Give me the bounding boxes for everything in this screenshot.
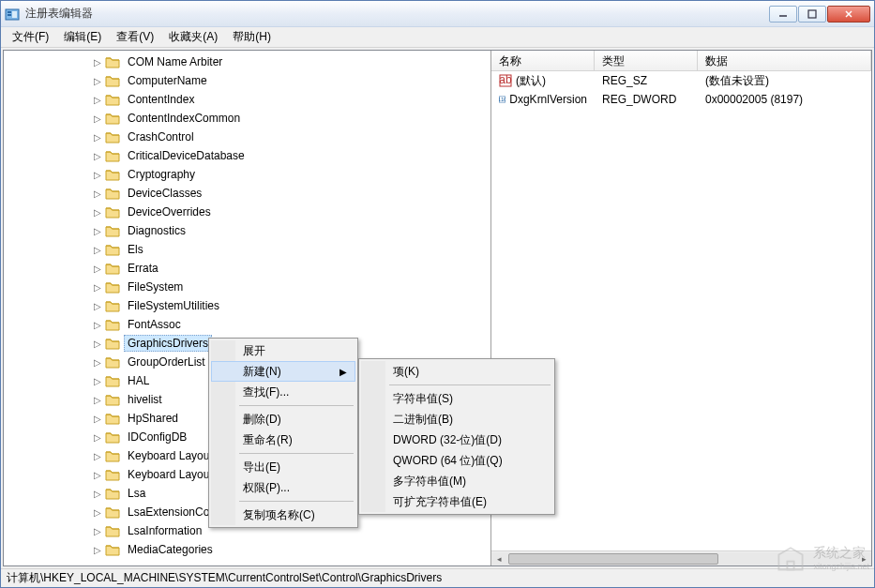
svg-text:ab: ab [499,74,512,86]
expand-toggle-icon[interactable]: ▷ [92,357,102,368]
tree-item-COMNameArbiter[interactable]: ▷COM Name Arbiter [4,53,490,71]
tree-item-ContentIndexCommon[interactable]: ▷ContentIndexCommon [4,109,490,128]
menu-item[interactable]: QWORD (64 位)值(Q) [361,450,552,471]
menu-2[interactable]: 查看(V) [109,27,161,47]
context-menu-primary[interactable]: 展开新建(N)▶查找(F)...删除(D)重命名(R)导出(E)权限(P)...… [208,338,358,528]
menu-item[interactable]: DWORD (32-位)值(D) [361,430,552,450]
expand-toggle-icon[interactable]: ▷ [92,226,102,236]
menu-item[interactable]: 展开 [211,340,355,361]
menu-item[interactable]: 字符串值(S) [361,388,552,409]
statusbar: 计算机\HKEY_LOCAL_MACHINE\SYSTEM\CurrentCon… [1,568,874,587]
statusbar-path: 计算机\HKEY_LOCAL_MACHINE\SYSTEM\CurrentCon… [7,570,442,586]
expand-toggle-icon[interactable]: ▷ [92,451,102,461]
tree-item-Cryptography[interactable]: ▷Cryptography [4,165,490,184]
expand-toggle-icon[interactable]: ▷ [92,395,102,405]
expand-toggle-icon[interactable]: ▷ [92,545,102,555]
tree-item-CrashControl[interactable]: ▷CrashControl [4,128,490,146]
separator [239,453,354,454]
close-button[interactable] [827,6,870,23]
tree-label: DeviceOverrides [124,204,215,220]
tree-label: CrashControl [124,128,198,145]
list-row[interactable]: 110DxgKrnlVersionREG_DWORD0x00002005 (81… [491,90,871,109]
scroll-thumb[interactable] [508,553,718,565]
tree-label: GraphicsDrivers [124,335,212,352]
menu-item[interactable]: 新建(N)▶ [211,361,355,382]
tree-item-ComputerName[interactable]: ▷ComputerName [4,71,490,90]
tree-item-FileSystem[interactable]: ▷FileSystem [4,278,490,296]
expand-toggle-icon[interactable]: ▷ [92,207,102,218]
expand-toggle-icon[interactable]: ▷ [92,414,102,424]
tree-label: MediaCategories [124,541,217,558]
svg-rect-5 [808,10,816,18]
expand-toggle-icon[interactable]: ▷ [92,188,102,199]
tree-item-FontAssoc[interactable]: ▷FontAssoc [4,315,490,334]
col-header-name[interactable]: 名称 [491,51,595,70]
svg-rect-2 [8,14,11,16]
expand-toggle-icon[interactable]: ▷ [92,339,102,349]
expand-toggle-icon[interactable]: ▷ [92,95,102,105]
cell-name: ab(默认) [491,73,595,89]
expand-toggle-icon[interactable]: ▷ [92,320,102,330]
expand-toggle-icon[interactable]: ▷ [92,132,102,143]
expand-toggle-icon[interactable]: ▷ [92,489,102,499]
tree-label: ContentIndex [124,91,198,108]
menu-item[interactable]: 二进制值(B) [361,409,552,430]
tree-item-CriticalDeviceDatabase[interactable]: ▷CriticalDeviceDatabase [4,146,490,165]
tree-item-Diagnostics[interactable]: ▷Diagnostics [4,221,490,240]
menu-item[interactable]: 查找(F)... [211,382,355,402]
menu-3[interactable]: 收藏夹(A) [161,27,225,47]
menu-item[interactable]: 复制项名称(C) [211,505,355,525]
expand-toggle-icon[interactable]: ▷ [92,151,102,161]
expand-toggle-icon[interactable]: ▷ [92,76,102,86]
tree-label: Cryptography [124,166,199,183]
tree-item-ContentIndex[interactable]: ▷ContentIndex [4,90,490,109]
maximize-button[interactable] [798,6,826,23]
scroll-right-button[interactable]: ▸ [856,552,871,565]
titlebar[interactable]: 注册表编辑器 [1,1,874,27]
expand-toggle-icon[interactable]: ▷ [92,282,102,293]
col-header-type[interactable]: 类型 [595,51,698,70]
expand-toggle-icon[interactable]: ▷ [92,301,102,311]
tree-label: hivelist [124,391,166,408]
tree-item-Els[interactable]: ▷Els [4,240,490,259]
menu-item[interactable]: 多字符串值(M) [361,471,552,491]
tree-label: FontAssoc [124,316,185,333]
expand-toggle-icon[interactable]: ▷ [92,526,102,536]
menu-4[interactable]: 帮助(H) [225,27,279,47]
separator [239,405,354,406]
expand-toggle-icon[interactable]: ▷ [92,432,102,443]
cell-data: 0x00002005 (8197) [698,93,871,106]
menu-item[interactable]: 删除(D) [211,409,355,430]
expand-toggle-icon[interactable]: ▷ [92,376,102,386]
expand-toggle-icon[interactable]: ▷ [92,113,102,124]
scroll-left-button[interactable]: ◂ [491,552,506,565]
tree-item-DeviceClasses[interactable]: ▷DeviceClasses [4,184,490,203]
col-header-data[interactable]: 数据 [698,51,871,70]
expand-toggle-icon[interactable]: ▷ [92,507,102,518]
minimize-button[interactable] [769,6,797,23]
tree-item-FileSystemUtilities[interactable]: ▷FileSystemUtilities [4,296,490,315]
menu-1[interactable]: 编辑(E) [56,27,109,47]
expand-toggle-icon[interactable]: ▷ [92,264,102,274]
menu-item[interactable]: 权限(P)... [211,477,355,498]
expand-toggle-icon[interactable]: ▷ [92,245,102,255]
menu-item[interactable]: 可扩充字符串值(E) [361,491,552,512]
tree-label: LsaInformation [124,522,205,539]
menu-item[interactable]: 项(K) [361,361,552,382]
svg-text:110: 110 [499,96,505,102]
regedit-icon [5,7,20,22]
list-row[interactable]: ab(默认)REG_SZ(数值未设置) [491,71,871,90]
menu-item[interactable]: 导出(E) [211,457,355,477]
tree-item-MediaCategories[interactable]: ▷MediaCategories [4,540,490,559]
tree-item-DeviceOverrides[interactable]: ▷DeviceOverrides [4,203,490,221]
expand-toggle-icon[interactable]: ▷ [92,470,102,480]
horizontal-scrollbar[interactable]: ◂ ▸ [491,550,871,565]
separator [389,384,551,385]
tree-label: DeviceClasses [124,185,205,202]
context-menu-new-submenu[interactable]: 项(K)字符串值(S)二进制值(B)DWORD (32-位)值(D)QWORD … [358,358,555,515]
menu-item[interactable]: 重命名(R) [211,430,355,450]
tree-item-Errata[interactable]: ▷Errata [4,259,490,278]
expand-toggle-icon[interactable]: ▷ [92,57,102,68]
expand-toggle-icon[interactable]: ▷ [92,170,102,180]
menu-0[interactable]: 文件(F) [5,27,56,47]
